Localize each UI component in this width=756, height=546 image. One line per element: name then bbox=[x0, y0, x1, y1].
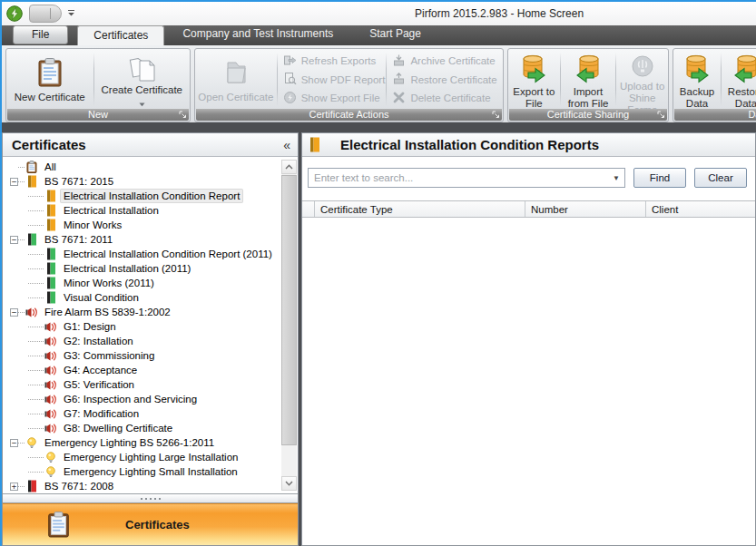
clear-button[interactable]: Clear bbox=[694, 168, 747, 188]
tree-item[interactable]: −BS 7671: 2011 bbox=[3, 232, 298, 247]
tree-item-label: Visual Condition bbox=[61, 291, 142, 304]
show-export-file-button[interactable]: Show Export File bbox=[283, 91, 386, 106]
database-backup-icon bbox=[682, 54, 712, 86]
expander-icon[interactable]: − bbox=[10, 178, 18, 186]
results-panel-header: Electrical Installation Condition Report… bbox=[302, 133, 755, 157]
ribbon-tab-bar: File Certificates Company and Test Instr… bbox=[2, 25, 756, 45]
tree-item-label: Minor Works (2011) bbox=[61, 277, 157, 289]
refresh-exports-button[interactable]: Refresh Exports bbox=[283, 54, 386, 69]
search-dropdown-icon[interactable]: ▼ bbox=[608, 174, 624, 182]
tree-scrollbar[interactable] bbox=[281, 160, 297, 491]
book-yellow-icon bbox=[25, 175, 39, 188]
results-table-header: Certificate Type Number Client bbox=[302, 200, 755, 218]
tree-item[interactable]: G2: Installation bbox=[3, 334, 298, 348]
dialog-launcher-icon[interactable] bbox=[657, 111, 665, 119]
book-yellow-icon bbox=[44, 204, 58, 217]
archive-certificate-button[interactable]: Archive Certificate bbox=[392, 54, 502, 69]
panel-splitter[interactable] bbox=[3, 493, 298, 503]
tab-company-and-test-instruments[interactable]: Company and Test Instruments bbox=[164, 24, 351, 45]
tree-item-label: G4: Acceptance bbox=[61, 364, 140, 376]
column-number[interactable]: Number bbox=[525, 201, 646, 217]
book-yellow-icon bbox=[44, 219, 58, 231]
tree-item[interactable]: Visual Condition bbox=[3, 290, 298, 305]
app-logo-icon[interactable] bbox=[6, 5, 23, 22]
book-red-icon bbox=[25, 480, 39, 492]
tree-item-label: Emergency Lighting BS 5266-1:2011 bbox=[42, 436, 217, 449]
tree-item[interactable]: G7: Modification bbox=[3, 406, 298, 421]
restore-icon bbox=[392, 72, 406, 87]
certificate-tree: All−BS 7671: 2015Electrical Installation… bbox=[3, 157, 298, 493]
delete-certificate-button[interactable]: Delete Certificate bbox=[392, 91, 502, 106]
tree-item[interactable]: G1: Design bbox=[3, 319, 298, 334]
expander-icon[interactable]: − bbox=[10, 439, 18, 447]
collapse-panel-icon[interactable]: « bbox=[283, 138, 290, 152]
new-certificate-button[interactable]: New Certificate bbox=[7, 50, 93, 109]
tree-item-label: G5: Verification bbox=[61, 378, 137, 391]
tree-item[interactable]: Electrical Installation Condition Report bbox=[3, 189, 298, 203]
tree-item[interactable]: All bbox=[3, 160, 298, 174]
export-file-icon bbox=[283, 91, 297, 106]
show-pdf-report-button[interactable]: Show PDF Report bbox=[283, 72, 386, 87]
tab-file[interactable]: File bbox=[13, 25, 68, 44]
scrollbar-thumb[interactable] bbox=[281, 175, 297, 445]
create-certificate-button[interactable]: Create Certificate bbox=[95, 50, 189, 109]
tree-item-label: Electrical Installation Condition Report bbox=[61, 190, 242, 202]
tree-item[interactable]: G4: Acceptance bbox=[3, 363, 298, 377]
tree-item[interactable]: Emergency Lighting Large Installation bbox=[3, 450, 298, 464]
fire-alarm-icon bbox=[44, 321, 58, 333]
dialog-launcher-icon[interactable] bbox=[179, 111, 187, 119]
import-from-file-button[interactable]: Import from File bbox=[562, 50, 615, 109]
tree-item[interactable]: Electrical Installation (2011) bbox=[3, 261, 298, 276]
tree-item[interactable]: Minor Works (2011) bbox=[3, 276, 298, 290]
tree-item[interactable]: Electrical Installation Condition Report… bbox=[3, 247, 298, 261]
backup-data-button[interactable]: Backup Data bbox=[674, 50, 720, 109]
shine-forms-icon bbox=[629, 54, 656, 81]
tree-item[interactable]: G6: Inspection and Servicing bbox=[3, 392, 298, 406]
column-certificate-type[interactable]: Certificate Type bbox=[315, 201, 525, 217]
tab-certificates[interactable]: Certificates bbox=[77, 25, 164, 45]
tree-item[interactable]: G3: Commissioning bbox=[3, 348, 298, 363]
ribbon-group-certificate-actions: Open Certificate Refresh Exports S bbox=[194, 48, 504, 122]
tab-start-page[interactable]: Start Page bbox=[351, 24, 439, 45]
tree-item[interactable]: −BS 7671: 2015 bbox=[3, 174, 298, 189]
qat-dropdown-icon[interactable] bbox=[67, 10, 75, 17]
export-to-file-button[interactable]: Export to File bbox=[509, 50, 559, 109]
scroll-up-icon[interactable] bbox=[281, 160, 297, 174]
fire-alarm-icon bbox=[25, 307, 39, 318]
certificates-panel: Certificates « All−BS 7671: 2015Electric… bbox=[2, 132, 299, 546]
column-client[interactable]: Client bbox=[646, 201, 755, 217]
database-restore-icon bbox=[731, 54, 756, 86]
search-input[interactable] bbox=[309, 172, 608, 183]
results-panel: Electrical Installation Condition Report… bbox=[301, 132, 756, 546]
fire-alarm-icon bbox=[44, 394, 58, 405]
scroll-down-icon[interactable] bbox=[281, 476, 297, 491]
open-certificate-button[interactable]: Open Certificate bbox=[196, 50, 276, 109]
expander-icon[interactable]: + bbox=[10, 483, 18, 491]
upload-to-shine-forms-button[interactable]: Upload to Shine Forms bbox=[617, 50, 667, 109]
tree-item-label: BS 7671: 2011 bbox=[42, 233, 115, 246]
tree-item[interactable]: −Emergency Lighting BS 5266-1:2011 bbox=[3, 435, 298, 450]
group-caption-data: Data bbox=[674, 109, 756, 121]
restore-certificate-button[interactable]: Restore Certificate bbox=[392, 72, 502, 87]
delete-x-icon bbox=[392, 91, 406, 106]
tree-item[interactable]: −Fire Alarm BS 5839-1:2002 bbox=[3, 305, 298, 319]
dialog-launcher-icon[interactable] bbox=[492, 111, 500, 119]
ribbon-group-certificate-sharing: Export to File Import from File bbox=[507, 48, 669, 122]
tree-item[interactable]: G8: Dwelling Certificate bbox=[3, 421, 298, 435]
certificates-nav-button[interactable]: Certificates bbox=[3, 503, 298, 545]
restore-data-button[interactable]: Restore Data bbox=[722, 50, 756, 109]
tree-item[interactable]: +BS 7671: 2008 bbox=[3, 479, 298, 493]
page-title: Electrical Installation Condition Report… bbox=[340, 137, 599, 152]
tree-item[interactable]: G5: Verification bbox=[3, 377, 298, 392]
tree-item[interactable]: Electrical Installation bbox=[3, 203, 298, 218]
expander-icon[interactable]: − bbox=[10, 308, 18, 317]
folder-icon bbox=[221, 54, 250, 92]
search-row: ▼ Find Clear bbox=[308, 168, 750, 188]
tree-item-label: All bbox=[42, 161, 59, 173]
quick-access-toolbar[interactable] bbox=[29, 5, 62, 23]
find-button[interactable]: Find bbox=[633, 168, 686, 188]
tree-item[interactable]: Emergency Lighting Small Installation bbox=[3, 464, 298, 479]
expander-icon[interactable]: − bbox=[10, 236, 18, 244]
tree-item[interactable]: Minor Works bbox=[3, 218, 298, 232]
new-certificate-label: New Certificate bbox=[15, 92, 85, 103]
